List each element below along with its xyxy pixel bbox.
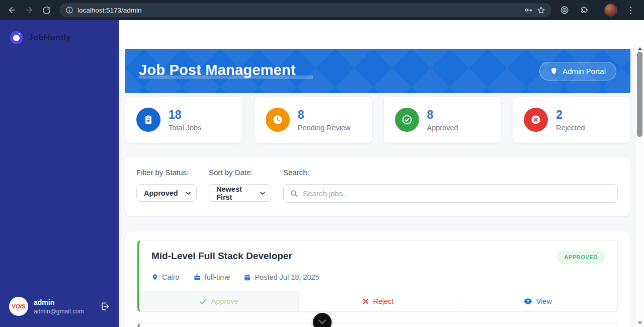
scrollbar-down-arrow-icon[interactable] bbox=[637, 321, 642, 324]
stats-row: 18 Total Jobs 8 Pending Review bbox=[125, 96, 630, 143]
eye-icon bbox=[524, 298, 532, 305]
stat-card-pending: 8 Pending Review bbox=[254, 96, 372, 143]
stat-label: Rejected bbox=[556, 124, 585, 132]
sort-filter-group: Sort by Date: Newest First bbox=[209, 168, 271, 203]
chevron-down-icon bbox=[185, 191, 191, 195]
logout-icon[interactable] bbox=[100, 301, 110, 311]
job-list: Mid-Level Full Stack Developer APPROVED … bbox=[125, 231, 630, 327]
stat-value: 2 bbox=[556, 108, 585, 122]
browser-menu-icon[interactable]: ⋮ bbox=[623, 4, 638, 17]
status-filter-label: Filter by Status: bbox=[136, 168, 197, 177]
check-icon bbox=[199, 298, 207, 305]
target-rings-icon[interactable] bbox=[557, 3, 572, 17]
sidebar: JobHuntly VOIS admin admin@gmail.com bbox=[0, 20, 119, 327]
sidebar-user-box: VOIS admin admin@gmail.com bbox=[0, 297, 119, 327]
approve-button[interactable]: Approve bbox=[139, 291, 298, 311]
user-meta: admin admin@gmail.com bbox=[34, 298, 84, 315]
bookmark-star-icon[interactable] bbox=[537, 6, 545, 15]
user-avatar: VOIS bbox=[9, 297, 28, 316]
status-filter-group: Filter by Status: Approved bbox=[136, 168, 197, 203]
stat-value: 18 bbox=[169, 108, 201, 122]
job-card-peek bbox=[137, 323, 618, 327]
forward-icon[interactable] bbox=[21, 2, 37, 18]
stat-card-approved: 8 Approved bbox=[383, 96, 502, 143]
status-filter-select[interactable]: Approved bbox=[136, 184, 197, 202]
reload-icon[interactable] bbox=[38, 2, 54, 18]
clipboard-icon bbox=[136, 108, 160, 132]
job-title: Mid-Level Full Stack Developer bbox=[151, 251, 292, 262]
toolbar-divider bbox=[598, 6, 598, 15]
back-icon[interactable] bbox=[4, 2, 20, 18]
toolbar-right-cluster: ⋮ bbox=[557, 3, 640, 17]
scrollbar-thumb[interactable] bbox=[637, 52, 642, 137]
search-group: Search: bbox=[283, 168, 618, 203]
sort-filter-label: Sort by Date: bbox=[209, 168, 271, 177]
sort-select[interactable]: Newest First bbox=[209, 184, 271, 202]
stat-label: Approved bbox=[427, 124, 458, 132]
job-actions: Approve Reject View bbox=[139, 291, 617, 311]
job-type: full-time bbox=[193, 273, 230, 281]
filter-bar: Filter by Status: Approved Sort by Date:… bbox=[125, 156, 630, 216]
x-icon bbox=[363, 298, 369, 304]
brand-name: JobHuntly bbox=[28, 33, 71, 43]
address-bar[interactable]: localhost:5173/admin bbox=[59, 3, 551, 17]
search-icon bbox=[290, 189, 298, 198]
status-badge: APPROVED bbox=[556, 251, 605, 264]
page-header: Job Post Management Admin Portal bbox=[125, 49, 630, 93]
browser-toolbar: localhost:5173/admin ⋮ bbox=[0, 0, 644, 20]
briefcase-icon bbox=[193, 274, 201, 281]
url-text[interactable]: localhost:5173/admin bbox=[77, 7, 520, 14]
reject-button[interactable]: Reject bbox=[298, 291, 458, 311]
calendar-icon bbox=[244, 274, 251, 281]
search-label: Search: bbox=[283, 168, 618, 177]
scrollbar-up-arrow-icon[interactable] bbox=[637, 47, 642, 50]
shield-icon bbox=[550, 67, 558, 75]
stat-value: 8 bbox=[298, 108, 351, 122]
passwords-key-icon[interactable] bbox=[524, 6, 533, 15]
stat-card-total-jobs: 18 Total Jobs bbox=[125, 96, 243, 143]
job-card: Mid-Level Full Stack Developer APPROVED … bbox=[137, 240, 618, 312]
jobhuntly-logo-icon bbox=[10, 31, 23, 44]
stat-label: Pending Review bbox=[298, 124, 351, 132]
job-posted-date: Posted Jul 18, 2025 bbox=[244, 273, 319, 281]
stat-value: 8 bbox=[427, 108, 458, 122]
stat-label: Total Jobs bbox=[169, 124, 201, 132]
admin-portal-button[interactable]: Admin Portal bbox=[539, 62, 616, 80]
page-scrollbar[interactable] bbox=[635, 45, 644, 327]
chevron-down-icon bbox=[260, 191, 266, 195]
check-circle-icon bbox=[395, 108, 419, 132]
location-pin-icon bbox=[151, 273, 158, 281]
job-meta: Cairo full-time bbox=[151, 273, 605, 281]
user-email: admin@gmail.com bbox=[34, 308, 84, 315]
extensions-puzzle-icon[interactable] bbox=[578, 3, 592, 17]
chevron-down-icon bbox=[318, 319, 327, 325]
x-circle-icon bbox=[524, 108, 548, 132]
site-info-icon[interactable] bbox=[65, 6, 73, 14]
job-location: Cairo bbox=[151, 273, 180, 281]
stat-card-rejected: 2 Rejected bbox=[512, 96, 630, 143]
main-content: Job Post Management Admin Portal 18 bbox=[119, 20, 644, 327]
search-box bbox=[283, 184, 618, 203]
view-button[interactable]: View bbox=[458, 291, 617, 311]
user-name: admin bbox=[34, 298, 84, 306]
clock-icon bbox=[266, 108, 290, 132]
page: JobHuntly VOIS admin admin@gmail.com Job… bbox=[0, 20, 644, 327]
page-title: Job Post Management bbox=[139, 62, 313, 80]
search-input[interactable] bbox=[303, 189, 611, 198]
browser-profile-avatar[interactable] bbox=[604, 4, 617, 17]
brand-logo-link[interactable]: JobHuntly bbox=[0, 20, 119, 55]
